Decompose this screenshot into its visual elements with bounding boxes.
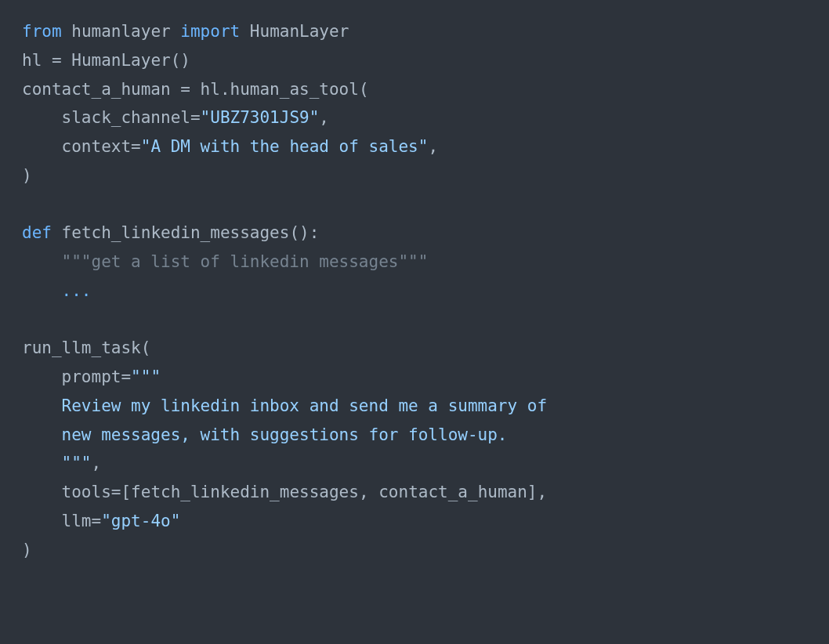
code-line-2: hl = HumanLayer() <box>22 51 190 70</box>
indent <box>22 396 62 415</box>
comma: , <box>428 137 438 156</box>
indent <box>22 454 62 472</box>
comma: , <box>92 454 102 472</box>
equals: = <box>111 483 121 501</box>
code-block: from humanlayer import HumanLayer hl = H… <box>22 17 807 564</box>
docstring: """get a list of linkedin messages""" <box>62 252 429 271</box>
indent <box>22 483 62 501</box>
code-line-12: run_llm_task( <box>22 338 150 357</box>
equals: = <box>92 512 102 530</box>
code-line-5: context="A DM with the head of sales", <box>22 137 438 156</box>
equals: = <box>131 137 141 156</box>
keyword-import: import <box>180 22 240 41</box>
code-line-4: slack_channel="UBZ7301JS9", <box>22 108 329 127</box>
triple-quote-close: """ <box>62 454 92 472</box>
comma-sep: , <box>359 483 378 501</box>
variable: contact_a_human <box>22 80 171 99</box>
assign-op: = <box>171 80 201 99</box>
prompt-text: Review my linkedin inbox and send me a s… <box>62 396 548 415</box>
indent <box>22 367 62 386</box>
close-bracket: ] <box>527 483 538 501</box>
colon: : <box>310 223 320 242</box>
code-line-8: def fetch_linkedin_messages(): <box>22 223 319 242</box>
code-line-6: ) <box>22 166 32 185</box>
close-paren: ) <box>22 541 32 559</box>
triple-quote-open: """ <box>131 367 161 386</box>
constructor-call: HumanLayer() <box>71 51 190 70</box>
ellipsis: ... <box>62 281 92 300</box>
assign-op: = <box>42 51 71 70</box>
class-name: HumanLayer <box>250 22 349 41</box>
string-content: Review my linkedin inbox and send me a s… <box>22 396 547 415</box>
string-content: new messages, with suggestions for follo… <box>22 425 508 444</box>
kwarg-name: llm <box>62 512 92 530</box>
function-call: run_llm_task <box>22 338 141 357</box>
code-line-10: ... <box>22 281 92 300</box>
list-item: fetch_linkedin_messages <box>131 483 359 501</box>
equals: = <box>190 108 201 127</box>
indent <box>22 252 62 271</box>
method-name: human_as_tool <box>230 80 359 99</box>
parens: () <box>289 223 309 242</box>
indent <box>22 108 62 127</box>
indent <box>22 281 62 300</box>
list-item: contact_a_human <box>378 483 527 501</box>
close-paren: ) <box>22 166 32 185</box>
function-name: fetch_linkedin_messages <box>62 223 290 242</box>
variable: hl <box>22 51 42 70</box>
code-line-1: from humanlayer import HumanLayer <box>22 22 349 41</box>
indent <box>22 137 62 156</box>
equals: = <box>121 367 131 386</box>
code-line-13: prompt=""" <box>22 367 161 386</box>
kwarg-name: slack_channel <box>62 108 190 127</box>
code-line-18: llm="gpt-4o" <box>22 512 180 530</box>
string-literal: "gpt-4o" <box>101 512 180 530</box>
code-line-16: """, <box>22 454 101 472</box>
open-paren: ( <box>359 80 369 99</box>
kwarg-name: context <box>62 137 132 156</box>
dot: . <box>220 80 230 99</box>
module-name: humanlayer <box>71 22 170 41</box>
code-line-9: """get a list of linkedin messages""" <box>22 252 428 271</box>
code-line-3: contact_a_human = hl.human_as_tool( <box>22 80 369 99</box>
prompt-text: new messages, with suggestions for follo… <box>62 425 508 444</box>
indent <box>22 512 62 530</box>
keyword-def: def <box>22 223 52 242</box>
code-line-14: Review my linkedin inbox and send me a s… <box>22 396 547 415</box>
string-literal: "A DM with the head of sales" <box>141 137 429 156</box>
space <box>52 223 62 242</box>
open-bracket: [ <box>121 483 131 501</box>
string-literal: "UBZ7301JS9" <box>201 108 320 127</box>
object-ref: hl <box>201 80 220 99</box>
kwarg-name: prompt <box>62 367 121 386</box>
open-paren: ( <box>141 338 151 357</box>
code-line-15: new messages, with suggestions for follo… <box>22 425 508 444</box>
indent <box>22 425 62 444</box>
comma: , <box>538 483 548 501</box>
code-line-17: tools=[fetch_linkedin_messages, contact_… <box>22 483 547 501</box>
code-line-19: ) <box>22 541 32 559</box>
kwarg-name: tools <box>62 483 111 501</box>
comma: , <box>319 108 329 127</box>
keyword-from: from <box>22 22 62 41</box>
